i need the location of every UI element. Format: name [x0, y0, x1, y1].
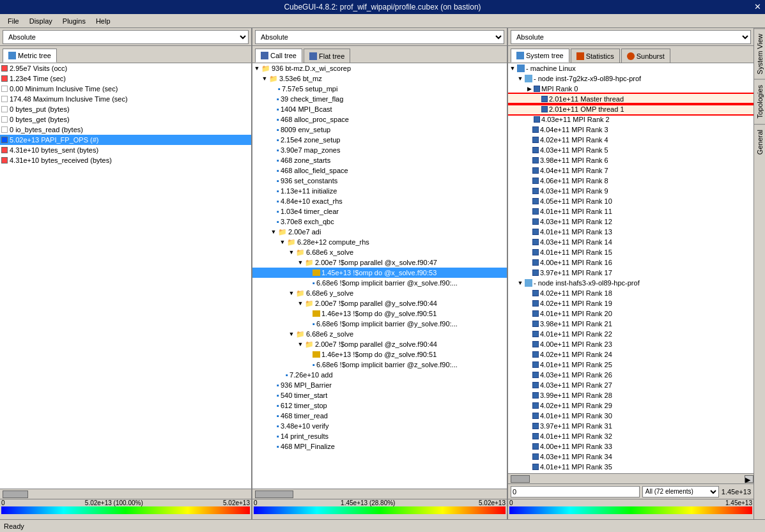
side-tab-general[interactable]: General — [754, 124, 766, 160]
mpi-rank-15[interactable]: 4.01e+11 MPI Rank 15 — [508, 247, 753, 257]
mpi-rank-31[interactable]: 3.97e+11 MPI Rank 31 — [508, 421, 753, 431]
tab-system-tree[interactable]: System tree — [511, 49, 569, 63]
mpi-rank-20[interactable]: 4.01e+11 MPI Rank 20 — [508, 308, 753, 319]
mpi-rank-2[interactable]: 4.03e+11 MPI Rank 2 — [508, 114, 753, 125]
close-button[interactable]: ✕ — [754, 2, 761, 11]
mpi-rank-35[interactable]: 4.01e+11 MPI Rank 35 — [508, 462, 753, 472]
metric-io-read[interactable]: 0 io_bytes_read (bytes) — [0, 125, 251, 135]
menu-plugins[interactable]: Plugins — [58, 16, 91, 26]
mpi-rank-9[interactable]: 4.03e+11 MPI Rank 9 — [508, 186, 753, 196]
mpi-rank-25[interactable]: 4.01e+11 MPI Rank 25 — [508, 360, 753, 370]
mpi-rank-33[interactable]: 4.00e+11 MPI Rank 33 — [508, 441, 753, 452]
mpi-rank-21[interactable]: 3.98e+11 MPI Rank 21 — [508, 319, 753, 329]
expand-machine[interactable]: ▼ — [509, 65, 516, 72]
tree-y-solve[interactable]: ▼ 📁 6.68e6 y_solve — [252, 288, 507, 298]
tab-sunburst[interactable]: Sunburst — [621, 49, 670, 63]
expand-omp-parallel-y[interactable]: ▼ — [297, 300, 304, 307]
tree-map-zones[interactable]: ▪ 3.90e7 map_zones — [252, 145, 507, 155]
tree-omp-barrier-z[interactable]: ▪ 6.68e6 !$omp implicit barrier @z_solve… — [252, 360, 507, 370]
expand-root[interactable]: ▼ — [254, 65, 260, 72]
mpi-rank-17[interactable]: 3.97e+11 MPI Rank 17 — [508, 268, 753, 278]
tree-omp-parallel-x[interactable]: ▼ 📁 2.00e7 !$omp parallel @x_solve.f90:4… — [252, 257, 507, 268]
expand-y-solve[interactable]: ▼ — [288, 290, 295, 296]
menu-display[interactable]: Display — [24, 16, 58, 26]
metric-time[interactable]: 1.23e4 Time (sec) — [0, 73, 251, 84]
metric-max-time[interactable]: 174.48 Maximum Inclusive Time (sec) — [0, 94, 251, 104]
tree-zone-starts[interactable]: ▪ 468 zone_starts — [252, 155, 507, 165]
mpi-rank-29[interactable]: 4.02e+11 MPI Rank 29 — [508, 400, 753, 411]
tree-compute-rhs[interactable]: ▼ 📁 6.28e+12 compute_rhs — [252, 237, 507, 247]
system-filter-dropdown[interactable]: All (72 elements) — [642, 486, 719, 498]
tree-omp-barrier-y[interactable]: ▪ 6.68e6 !$omp implicit barrier @y_solve… — [252, 319, 507, 329]
mpi-rank-0[interactable]: ▶ MPI Rank 0 — [508, 84, 753, 94]
tree-timer-start[interactable]: ▪ 540 timer_start — [252, 390, 507, 400]
tree-bt-mz[interactable]: ▼ 📁 3.53e6 bt_mz — [252, 73, 507, 84]
tree-x-solve[interactable]: ▼ 📁 6.68e6 x_solve — [252, 247, 507, 257]
metric-min-time[interactable]: 0.00 Minimum Inclusive Time (sec) — [0, 84, 251, 94]
master-thread[interactable]: 2.01e+11 Master thread — [508, 94, 753, 104]
tree-mpi-bcast[interactable]: ▪ 1404 MPI_Bcast — [252, 104, 507, 114]
metric-bytes-get[interactable]: 0 bytes_get (bytes) — [0, 114, 251, 125]
menu-help[interactable]: Help — [91, 16, 116, 26]
metric-io-written[interactable]: 5.02e+13 PAPI_FP_OPS (#) — [0, 135, 251, 145]
tree-root[interactable]: ▼ 📁 936 bt-mz.D.x_wi_scorep — [252, 63, 507, 73]
metric-visits[interactable]: 2.95e7 Visits (occ) — [0, 63, 251, 73]
mpi-rank-23[interactable]: 4.00e+11 MPI Rank 23 — [508, 339, 753, 349]
hscroll-right-btn[interactable]: ▶ — [745, 475, 753, 483]
tree-setup-mpi[interactable]: ▪ 7.57e5 setup_mpi — [252, 84, 507, 94]
node-1[interactable]: ▼ - node inst-7g2kz-x9-ol89-hpc-prof — [508, 73, 753, 84]
mpi-rank-26[interactable]: 4.03e+11 MPI Rank 26 — [508, 370, 753, 380]
tree-zone-setup[interactable]: ▪ 2.15e4 zone_setup — [252, 135, 507, 145]
mpi-rank-13[interactable]: 4.01e+11 MPI Rank 13 — [508, 227, 753, 237]
expand-omp-parallel-z[interactable]: ▼ — [297, 341, 304, 347]
system-filter-input[interactable] — [511, 486, 640, 498]
mpi-rank-34[interactable]: 4.03e+11 MPI Rank 34 — [508, 452, 753, 462]
metric-bytes-recv[interactable]: 4.31e+10 bytes_received (bytes) — [0, 155, 251, 165]
tab-flat-tree[interactable]: Flat tree — [304, 49, 350, 63]
tree-omp-parallel-z[interactable]: ▼ 📁 2.00e7 !$omp parallel @z_solve.f90:4… — [252, 339, 507, 349]
tree-set-constants[interactable]: ▪ 936 set_constants — [252, 176, 507, 186]
tree-check-timer[interactable]: ▪ 39 check_timer_flag — [252, 94, 507, 104]
system-tree-content[interactable]: ▼ - machine Linux ▼ - node inst-7g2kz-x9… — [508, 63, 753, 473]
tree-timer-stop[interactable]: ▪ 612 timer_stop — [252, 400, 507, 411]
expand-adi[interactable]: ▼ — [270, 229, 277, 235]
mpi-rank-11[interactable]: 4.01e+11 MPI Rank 11 — [508, 206, 753, 217]
expand-z-solve[interactable]: ▼ — [288, 331, 295, 337]
expand-bt-mz[interactable]: ▼ — [261, 75, 268, 82]
expand-compute-rhs[interactable]: ▼ — [279, 239, 286, 245]
mpi-rank-14[interactable]: 4.03e+11 MPI Rank 14 — [508, 237, 753, 247]
mpi-rank-27[interactable]: 4.03e+11 MPI Rank 27 — [508, 380, 753, 390]
tab-statistics[interactable]: Statistics — [571, 49, 620, 63]
tree-adi[interactable]: ▼ 📁 2.00e7 adi — [252, 227, 507, 237]
tab-call-tree[interactable]: Call tree — [255, 49, 302, 63]
node-2[interactable]: ▼ - node inst-hafs3-x9-ol89-hpc-prof — [508, 278, 753, 288]
mpi-rank-28[interactable]: 3.99e+11 MPI Rank 28 — [508, 390, 753, 400]
tree-timer-clear[interactable]: ▪ 1.03e4 timer_clear — [252, 206, 507, 217]
metric-bytes-put[interactable]: 0 bytes_put (bytes) — [0, 104, 251, 114]
mpi-rank-22[interactable]: 4.01e+11 MPI Rank 22 — [508, 329, 753, 339]
tree-print-results[interactable]: ▪ 14 print_results — [252, 431, 507, 441]
mpi-rank-16[interactable]: 4.00e+11 MPI Rank 16 — [508, 257, 753, 268]
tree-alloc-field[interactable]: ▪ 468 alloc_field_space — [252, 165, 507, 176]
system-dropdown[interactable]: Absolute — [511, 30, 751, 44]
expand-omp-parallel-x[interactable]: ▼ — [297, 259, 304, 266]
metric-hscrollbar[interactable] — [0, 489, 251, 499]
mpi-rank-24[interactable]: 4.02e+11 MPI Rank 24 — [508, 349, 753, 360]
mpi-rank-12[interactable]: 4.03e+11 MPI Rank 12 — [508, 217, 753, 227]
tab-metric-tree[interactable]: Metric tree — [3, 49, 57, 63]
mpi-rank-19[interactable]: 4.02e+11 MPI Rank 19 — [508, 298, 753, 308]
mpi-rank-18[interactable]: 4.02e+11 MPI Rank 18 — [508, 288, 753, 298]
tree-omp-do-z[interactable]: 1.46e+13 !$omp do @z_solve.f90:51 — [252, 349, 507, 360]
system-hscrollbar[interactable]: ▶ — [508, 473, 753, 483]
calltree-hscrollbar[interactable] — [252, 489, 507, 499]
mpi-rank-5[interactable]: 4.03e+11 MPI Rank 5 — [508, 145, 753, 155]
menu-file[interactable]: File — [3, 16, 24, 26]
tree-z-solve[interactable]: ▼ 📁 6.68e6 z_solve — [252, 329, 507, 339]
omp-thread-1[interactable]: 2.01e+11 OMP thread 1 — [508, 104, 753, 114]
tree-omp-parallel-y[interactable]: ▼ 📁 2.00e7 !$omp parallel @y_solve.f90:4… — [252, 298, 507, 308]
tree-alloc-proc[interactable]: ▪ 468 alloc_proc_space — [252, 114, 507, 125]
mpi-rank-10[interactable]: 4.05e+11 MPI Rank 10 — [508, 196, 753, 206]
tree-exch-qbc[interactable]: ▪ 3.70e8 exch_qbc — [252, 217, 507, 227]
side-tab-system-view[interactable]: System View — [754, 28, 766, 79]
tree-mpi-finalize[interactable]: ▪ 468 MPI_Finalize — [252, 441, 507, 452]
